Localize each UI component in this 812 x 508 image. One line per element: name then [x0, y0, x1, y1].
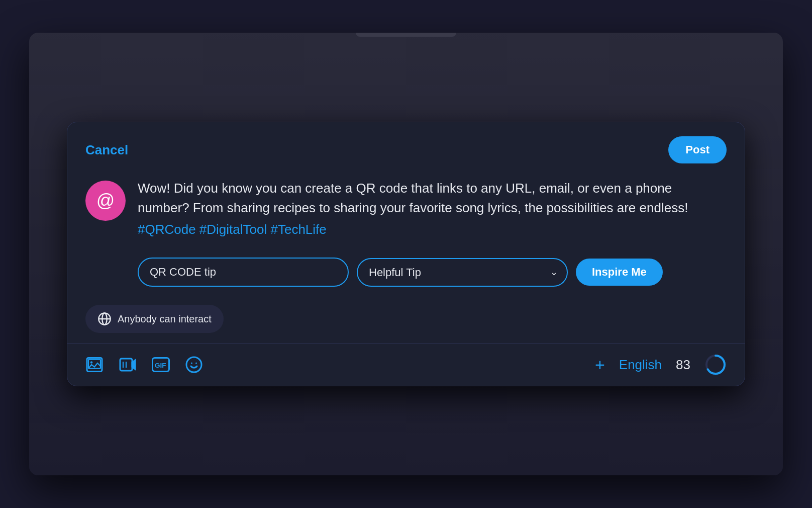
gif-icon[interactable]: GIF: [152, 356, 170, 374]
post-button[interactable]: Post: [668, 136, 727, 163]
char-count: 83: [676, 357, 690, 373]
modal-header: Cancel Post: [67, 122, 745, 174]
interact-section: Anybody can interact: [67, 299, 745, 343]
compose-modal: Cancel Post @ Wow! Did you know you can …: [67, 122, 745, 386]
tweet-content: Wow! Did you know you can create a QR co…: [138, 179, 727, 237]
tone-select[interactable]: Helpful Tip Funny Inspirational Professi…: [357, 258, 568, 287]
compose-area: @ Wow! Did you know you can create a QR …: [67, 174, 745, 247]
tweet-text: Wow! Did you know you can create a QR co…: [138, 179, 727, 218]
svg-point-12: [186, 357, 201, 372]
svg-marker-7: [132, 360, 135, 369]
image-icon[interactable]: [85, 356, 104, 374]
tone-select-wrapper: Helpful Tip Funny Inspirational Professi…: [357, 258, 568, 287]
interact-label: Anybody can interact: [118, 313, 212, 325]
inspire-row: Helpful Tip Funny Inspirational Professi…: [67, 247, 745, 299]
emoji-icon[interactable]: [185, 356, 203, 374]
svg-point-5: [90, 361, 93, 364]
avatar: @: [85, 181, 126, 221]
language-label[interactable]: English: [619, 357, 662, 373]
inspire-me-button[interactable]: Inspire Me: [576, 259, 663, 286]
add-button[interactable]: +: [595, 355, 605, 375]
toolbar: GIF + English 83: [67, 344, 745, 386]
interact-badge[interactable]: Anybody can interact: [85, 305, 224, 333]
screen-background: Cancel Post @ Wow! Did you know you can …: [29, 33, 783, 475]
avatar-symbol: @: [96, 190, 115, 211]
globe-icon: [97, 312, 112, 326]
svg-point-13: [191, 363, 192, 364]
video-icon[interactable]: [119, 356, 137, 374]
tweet-hashtags: #QRCode #DigitalTool #TechLife: [138, 222, 727, 237]
toolbar-right: + English 83: [595, 354, 727, 376]
cancel-button[interactable]: Cancel: [85, 142, 128, 158]
topic-input[interactable]: [138, 258, 349, 287]
svg-point-14: [195, 363, 197, 364]
svg-text:GIF: GIF: [155, 362, 166, 369]
progress-circle: [704, 354, 727, 376]
